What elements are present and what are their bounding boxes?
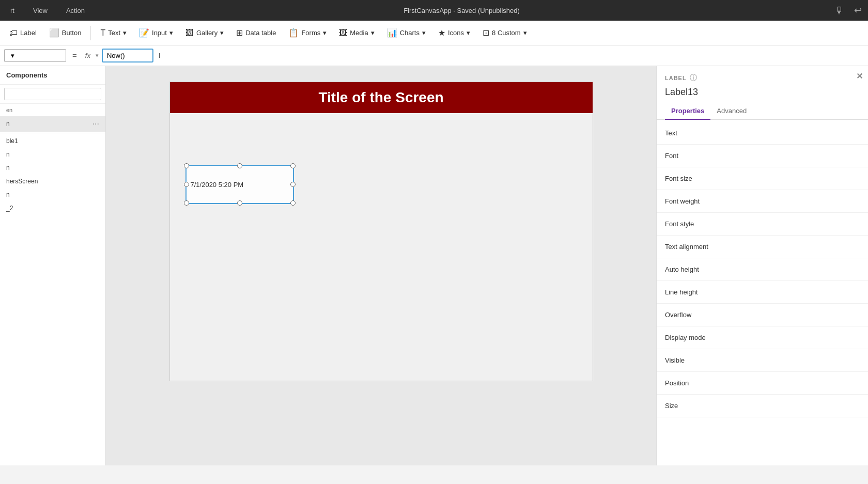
prop-line-height-label: Line height — [665, 288, 860, 296]
menu-item-rt[interactable]: rt — [6, 5, 19, 17]
prop-text-label: Text — [665, 129, 860, 137]
button-button-text: Button — [62, 29, 82, 37]
handle-mr[interactable] — [290, 182, 296, 187]
prop-text[interactable]: Text — [657, 122, 868, 145]
handle-tr[interactable] — [290, 163, 296, 168]
sidebar-search-input[interactable] — [4, 88, 101, 100]
input-chevron-icon: ▾ — [169, 29, 173, 37]
prop-overflow[interactable]: Overflow — [657, 304, 868, 326]
prop-font-label: Font — [665, 152, 860, 160]
tab-properties[interactable]: Properties — [665, 103, 710, 120]
prop-font-style[interactable]: Font style — [657, 213, 868, 236]
handle-bm[interactable] — [237, 200, 242, 206]
formula-bar: ▾ = fx ▾ Now() I — [0, 45, 868, 66]
handle-ml[interactable] — [184, 182, 189, 187]
datatable-button-text: Data table — [245, 29, 276, 37]
forms-icon: 📋 — [288, 28, 299, 38]
canvas-title-text: Title of the Screen — [318, 89, 443, 106]
media-button[interactable]: 🖼 Media ▾ — [334, 25, 379, 41]
input-button-text: Input — [152, 29, 167, 37]
formula-input[interactable]: Now() — [102, 49, 153, 63]
gallery-button[interactable]: 🖼 Gallery ▾ — [180, 25, 229, 41]
right-panel-section-label: LABEL — [665, 75, 687, 81]
media-icon: 🖼 — [339, 28, 347, 38]
text-button-text: Text — [108, 29, 120, 37]
undo-icon[interactable]: ↩ — [854, 5, 862, 16]
sidebar-item-hersscreen[interactable]: hersScreen — [0, 175, 105, 188]
text-chevron-icon: ▾ — [123, 29, 127, 37]
right-panel-header: LABEL ⓘ — [657, 66, 868, 85]
prop-size-label: Size — [665, 402, 860, 410]
handle-tl[interactable] — [184, 163, 189, 168]
prop-font-weight[interactable]: Font weight — [657, 190, 868, 213]
prop-position[interactable]: Position — [657, 372, 868, 395]
prop-line-height[interactable]: Line height — [657, 281, 868, 304]
prop-auto-height-label: Auto height — [665, 266, 860, 273]
sidebar-item-n-menu[interactable]: ··· — [92, 119, 99, 129]
sidebar-item-ble1-label: ble1 — [6, 137, 18, 145]
formula-fx-chevron: ▾ — [96, 52, 99, 59]
properties-list: Text Font Font size Font weight Font sty… — [657, 120, 868, 465]
handle-br[interactable] — [290, 200, 296, 206]
left-sidebar: Components ✕ en n ··· ble1 n n hersScree… — [0, 66, 106, 465]
canvas-title-bar: Title of the Screen — [170, 82, 593, 113]
sidebar-search-area — [0, 85, 105, 104]
component-name: Label13 — [657, 85, 868, 103]
menu-item-view[interactable]: View — [29, 5, 52, 17]
label-button-text: Label — [20, 29, 37, 37]
prop-font-size[interactable]: Font size — [657, 167, 868, 190]
main-layout: Components ✕ en n ··· ble1 n n hersScree… — [0, 66, 868, 465]
gallery-chevron-icon: ▾ — [220, 29, 224, 37]
right-panel-tabs: Properties Advanced — [657, 103, 868, 120]
datatable-button[interactable]: ⊞ Data table — [231, 25, 281, 41]
canvas-area: Title of the Screen 7/1/2020 5:20 PM — [106, 66, 656, 465]
charts-chevron-icon: ▾ — [422, 29, 426, 37]
sidebar-section-en: en — [0, 104, 105, 116]
forms-button[interactable]: 📋 Forms ▾ — [283, 25, 332, 41]
sidebar-item-n2[interactable]: n — [0, 148, 105, 161]
label-widget-text: 7/1/2020 5:20 PM — [191, 181, 244, 189]
menu-item-action[interactable]: Action — [62, 5, 89, 17]
input-button[interactable]: 📝 Input ▾ — [134, 25, 178, 41]
formula-dropdown[interactable]: ▾ — [4, 49, 66, 62]
label-widget[interactable]: 7/1/2020 5:20 PM — [185, 165, 294, 204]
sidebar-item-n[interactable]: n ··· — [0, 116, 105, 132]
sidebar-header: Components ✕ — [0, 66, 105, 85]
mic-icon[interactable]: 🎙 — [834, 5, 844, 16]
prop-font[interactable]: Font — [657, 145, 868, 167]
right-panel: LABEL ⓘ Label13 Properties Advanced Text… — [656, 66, 868, 465]
app-title: FirstCanvasApp · Saved (Unpublished) — [404, 7, 520, 14]
sidebar-item-hersscreen-label: hersScreen — [6, 178, 38, 185]
prop-display-mode[interactable]: Display mode — [657, 326, 868, 349]
handle-bl[interactable] — [184, 200, 189, 206]
sidebar-item-ble1[interactable]: ble1 — [0, 134, 105, 148]
sidebar-item-n-label: n — [6, 120, 10, 128]
sidebar-item-n3[interactable]: n — [0, 161, 105, 175]
sidebar-item-n3-label: n — [6, 164, 10, 171]
prop-size[interactable]: Size — [657, 395, 868, 417]
tab-advanced[interactable]: Advanced — [710, 103, 753, 120]
prop-visible-label: Visible — [665, 356, 860, 364]
text-button[interactable]: T Text ▾ — [95, 25, 132, 41]
custom-button[interactable]: ⊡ 8 Custom ▾ — [477, 25, 532, 41]
sidebar-title: Components — [6, 71, 47, 79]
handle-tm[interactable] — [237, 163, 242, 168]
sidebar-item-n4[interactable]: n — [0, 188, 105, 201]
button-button[interactable]: ⬜ Button — [44, 25, 87, 41]
formula-dropdown-chevron: ▾ — [11, 52, 14, 59]
prop-text-alignment[interactable]: Text alignment — [657, 236, 868, 258]
button-icon: ⬜ — [49, 28, 59, 38]
icons-button[interactable]: ★ Icons ▾ — [433, 25, 475, 41]
label-button[interactable]: 🏷 Label — [4, 25, 42, 41]
charts-button[interactable]: 📊 Charts ▾ — [382, 25, 431, 41]
sidebar-item-2[interactable]: _2 — [0, 201, 105, 215]
info-icon[interactable]: ⓘ — [690, 73, 697, 83]
prop-font-style-label: Font style — [665, 220, 860, 228]
media-button-text: Media — [350, 29, 368, 37]
prop-visible[interactable]: Visible — [657, 349, 868, 372]
prop-position-label: Position — [665, 379, 860, 387]
prop-auto-height[interactable]: Auto height — [657, 258, 868, 281]
prop-font-weight-label: Font weight — [665, 197, 860, 205]
media-chevron-icon: ▾ — [371, 29, 375, 37]
gallery-icon: 🖼 — [185, 28, 194, 38]
